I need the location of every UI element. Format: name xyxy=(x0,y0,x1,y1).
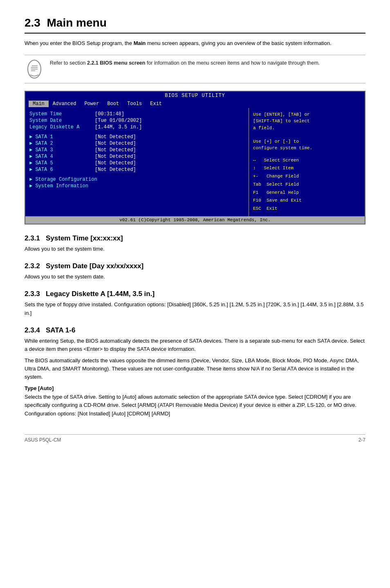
bios-field-legacy-diskette: Legacy Diskette A [1.44M, 3.5 in.] xyxy=(29,124,244,130)
bios-field-system-time: System Time [00:31:48] xyxy=(29,111,244,117)
subsection-232: 2.3.2 System Date [Day xx/xx/xxxx] Allow… xyxy=(25,262,365,281)
subsection-234-text3: Selects the type of SATA drive. Setting … xyxy=(25,393,365,417)
bios-help-text: Use [ENTER], [TAB] or [SHIFT-TAB] to sel… xyxy=(253,111,361,152)
bios-menu-tools: Tools xyxy=(123,101,146,107)
bios-footer: v02.61 (C)Copyright 1985-2008, American … xyxy=(25,216,365,224)
subsection-233-title: 2.3.3 Legacy Diskette A [1.44M, 3.5 in.] xyxy=(25,290,365,298)
bios-screenshot: BIOS SETUP UTILITY Main Advanced Power B… xyxy=(25,91,365,225)
subsection-234-title: 2.3.4 SATA 1-6 xyxy=(25,326,365,334)
note-text: Refer to section 2.2.1 BIOS menu screen … xyxy=(50,59,320,67)
subsection-234: 2.3.4 SATA 1-6 While entering Setup, the… xyxy=(25,326,365,418)
page-footer: ASUS P5QL-CM 2-7 xyxy=(25,434,365,443)
bios-field-sata2: ► SATA 2 [Not Detected] xyxy=(29,141,244,146)
subsection-234-text2: The BIOS automatically detects the value… xyxy=(25,357,365,381)
bios-menu-advanced: Advanced xyxy=(49,101,81,107)
bios-field-sata3: ► SATA 3 [Not Detected] xyxy=(29,147,244,153)
intro-paragraph: When you enter the BIOS Setup program, t… xyxy=(25,39,365,47)
subsection-234-subheading: Type [Auto] xyxy=(25,385,365,391)
bios-separator-2 xyxy=(29,173,244,177)
bios-separator-1 xyxy=(29,131,244,134)
bios-nav-help: ↔ Select Screen ↕ Select Item +- Change … xyxy=(253,157,361,213)
bios-menu-bar: Main Advanced Power Boot Tools Exit xyxy=(25,100,365,108)
bios-menu-power: Power xyxy=(80,101,103,107)
bios-right-panel: Use [ENTER], [TAB] or [SHIFT-TAB] to sel… xyxy=(249,108,365,217)
subsection-233-text: Sets the type of floppy drive installed.… xyxy=(25,301,365,317)
subsection-231-title: 2.3.1 System Time [xx:xx:xx] xyxy=(25,234,365,242)
section-title: 2.3 Main menu xyxy=(25,16,365,34)
bios-field-sata1: ► SATA 1 [Not Detected] xyxy=(29,134,244,140)
subsection-231-text: Allows you to set the system time. xyxy=(25,245,365,253)
bios-field-sata6: ► SATA 6 [Not Detected] xyxy=(29,167,244,173)
bios-left-panel: System Time [00:31:48] System Date [Tue … xyxy=(25,108,249,217)
bios-title-bar: BIOS SETUP UTILITY xyxy=(25,92,365,100)
subsection-232-text: Allows you to set the system date. xyxy=(25,273,365,281)
subsection-232-title: 2.3.2 System Date [Day xx/xx/xxxx] xyxy=(25,262,365,270)
bios-body: System Time [00:31:48] System Date [Tue … xyxy=(25,108,365,217)
bios-menu-boot: Boot xyxy=(103,101,123,107)
footer-right: 2-7 xyxy=(359,437,365,443)
bios-field-sata5: ► SATA 5 [Not Detected] xyxy=(29,160,244,166)
subsection-234-text1: While entering Setup, the BIOS automatic… xyxy=(25,337,365,353)
bios-field-sata4: ► SATA 4 [Not Detected] xyxy=(29,154,244,159)
bios-menu-exit: Exit xyxy=(146,101,166,107)
footer-left: ASUS P5QL-CM xyxy=(25,437,61,443)
note-icon xyxy=(25,59,44,79)
bios-field-system-date: System Date [Tue 01/08/2002] xyxy=(29,118,244,123)
subsection-233: 2.3.3 Legacy Diskette A [1.44M, 3.5 in.]… xyxy=(25,290,365,317)
bios-field-system-info: ► System Information xyxy=(29,183,244,189)
bios-field-storage-config: ► Storage Configuration xyxy=(29,177,244,182)
bios-menu-main: Main xyxy=(29,101,49,107)
subsection-231: 2.3.1 System Time [xx:xx:xx] Allows you … xyxy=(25,234,365,253)
note-box: Refer to section 2.2.1 BIOS menu screen … xyxy=(25,55,365,83)
